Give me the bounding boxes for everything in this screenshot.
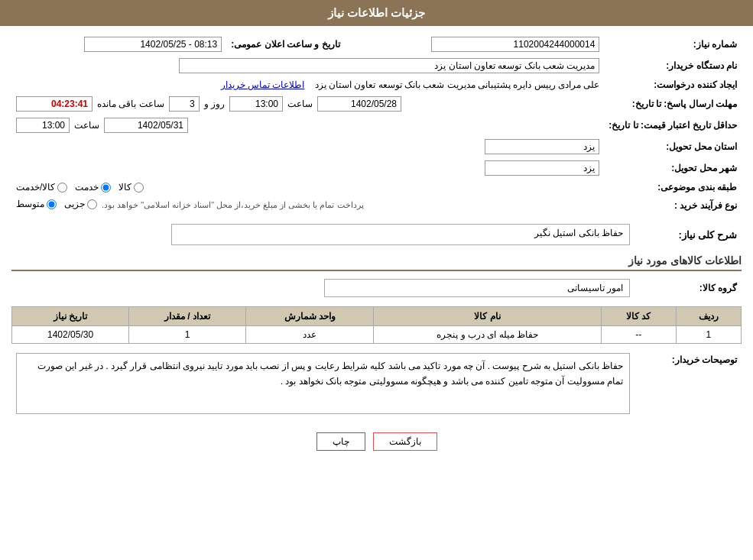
creator-value: علی مرادی رییس دایره پشتیبانی مدیریت شعب… bbox=[315, 79, 600, 90]
creator-label: ایجاد کننده درخواست: bbox=[604, 76, 742, 93]
goods-group-label: گروه کالا: bbox=[635, 276, 742, 300]
price-date-value: 1402/05/31 bbox=[104, 118, 188, 133]
process-row: متوسط جزیی پرداخت تمام یا بخشی از مبلغ خ… bbox=[16, 199, 599, 212]
items-header-row: ردیف کد کالا نام کالا واحد شمارش تعداد /… bbox=[12, 307, 742, 326]
process-minor-label: جزیی bbox=[64, 199, 85, 209]
category-radio-goods-service[interactable] bbox=[57, 183, 67, 193]
goods-group-section: گروه کالا: امور تاسیساتی bbox=[11, 276, 742, 300]
city-value: یزد bbox=[485, 160, 599, 176]
table-row: 1 -- حفاظ میله ای درب و پنجره عدد 1 1402… bbox=[12, 326, 742, 344]
col-row: ردیف bbox=[676, 307, 741, 326]
row-date: 1402/05/30 bbox=[12, 326, 129, 344]
province-value: یزد bbox=[485, 139, 599, 154]
info-table: شماره نیاز: 1102004244000014 تاریخ و ساع… bbox=[11, 34, 742, 215]
content-area: شماره نیاز: 1102004244000014 تاریخ و ساع… bbox=[0, 26, 753, 468]
need-number-label: شماره نیاز: bbox=[604, 34, 742, 55]
remaining-label: ساعت باقی مانده bbox=[97, 99, 164, 109]
row-city: شهر محل تحویل: یزد bbox=[11, 157, 742, 179]
items-table: ردیف کد کالا نام کالا واحد شمارش تعداد /… bbox=[11, 306, 742, 344]
col-qty: تعداد / مقدار bbox=[129, 307, 246, 326]
buyer-notes-value: حفاظ بانکی استیل به شرح پیوست . آن چه مو… bbox=[16, 353, 630, 414]
city-label: شهر محل تحویل: bbox=[604, 157, 742, 179]
col-name: نام کالا bbox=[374, 307, 601, 326]
row-code: -- bbox=[601, 326, 676, 344]
goods-group-value: امور تاسیساتی bbox=[324, 279, 630, 297]
announce-date-label: تاریخ و ساعت اعلان عمومی: bbox=[226, 34, 344, 55]
price-time-label: ساعت bbox=[74, 120, 99, 131]
items-table-header: ردیف کد کالا نام کالا واحد شمارش تعداد /… bbox=[12, 307, 742, 326]
process-medium-label: متوسط bbox=[16, 199, 44, 209]
category-option-goods[interactable]: کالا bbox=[118, 182, 144, 193]
price-deadline-label: حداقل تاریخ اعتبار قیمت: تا تاریخ: bbox=[604, 115, 742, 136]
col-code: کد کالا bbox=[601, 307, 676, 326]
reply-time-value: 13:00 bbox=[229, 96, 283, 112]
row-category: طبقه بندی موضوعی: کالا/خدمت خدمت کالا bbox=[11, 179, 742, 196]
price-deadline-row: 13:00 ساعت 1402/05/31 bbox=[16, 118, 599, 133]
row-qty: 1 bbox=[129, 326, 246, 344]
province-label: استان محل تحویل: bbox=[604, 136, 742, 157]
need-number-value: 1102004244000014 bbox=[431, 37, 599, 52]
category-label: طبقه بندی موضوعی: bbox=[604, 179, 742, 196]
description-label: شرح کلی نیاز: bbox=[635, 221, 742, 248]
category-goods-service-label: کالا/خدمت bbox=[16, 182, 55, 193]
reply-date-value: 1402/05/28 bbox=[317, 96, 401, 112]
description-value: حفاظ بانکی استیل نگیر bbox=[171, 224, 630, 245]
col-date: تاریخ نیاز bbox=[12, 307, 129, 326]
remaining-value: 04:23:41 bbox=[16, 96, 93, 112]
category-radio-service[interactable] bbox=[101, 183, 111, 193]
category-radio-group: کالا/خدمت خدمت کالا bbox=[16, 182, 599, 193]
description-section: شرح کلی نیاز: حفاظ بانکی استیل نگیر bbox=[11, 221, 742, 248]
goods-section-label: اطلاعات کالاهای مورد نیاز bbox=[11, 254, 742, 271]
reply-deadline-row: 04:23:41 ساعت باقی مانده 3 روز و 13:00 س… bbox=[16, 96, 599, 112]
row-num: 1 bbox=[676, 326, 741, 344]
row-description: شرح کلی نیاز: حفاظ بانکی استیل نگیر bbox=[11, 221, 742, 248]
row-creator: ایجاد کننده درخواست: علی مرادی رییس دایر… bbox=[11, 76, 742, 93]
category-radio-goods[interactable] bbox=[134, 183, 144, 193]
page-title: جزئیات اطلاعات نیاز bbox=[328, 6, 425, 19]
row-process: نوع فرآیند خرید : متوسط جزیی bbox=[11, 196, 742, 215]
category-option-goods-service[interactable]: کالا/خدمت bbox=[16, 182, 67, 193]
col-unit: واحد شمارش bbox=[246, 307, 374, 326]
back-button[interactable]: بازگشت bbox=[373, 432, 437, 451]
buyer-org-value: مدیریت شعب بانک توسعه تعاون استان یزد bbox=[179, 58, 599, 73]
page-container: جزئیات اطلاعات نیاز شماره نیاز: 11020042… bbox=[0, 0, 753, 560]
reply-days-value: 3 bbox=[169, 96, 200, 112]
buyer-notes-label: توصیحات خریدار: bbox=[635, 350, 742, 417]
row-buyer-org: نام دستگاه خریدار: مدیریت شعب بانک توسعه… bbox=[11, 55, 742, 76]
items-table-body: 1 -- حفاظ میله ای درب و پنجره عدد 1 1402… bbox=[12, 326, 742, 344]
page-header: جزئیات اطلاعات نیاز bbox=[0, 0, 753, 26]
process-option-medium[interactable]: متوسط bbox=[16, 199, 57, 209]
creator-link[interactable]: اطلاعات تماس خریدار bbox=[221, 79, 305, 90]
price-time-value: 13:00 bbox=[16, 118, 70, 133]
category-goods-label: کالا bbox=[118, 182, 131, 193]
process-note: پرداخت تمام یا بخشی از مبلغ خرید،از محل … bbox=[102, 199, 364, 212]
process-radio-medium[interactable] bbox=[47, 199, 57, 209]
row-goods-group: گروه کالا: امور تاسیساتی bbox=[11, 276, 742, 300]
reply-time-label: ساعت bbox=[287, 99, 313, 109]
process-label: نوع فرآیند خرید : bbox=[604, 196, 742, 215]
row-province: استان محل تحویل: یزد bbox=[11, 136, 742, 157]
category-option-service[interactable]: خدمت bbox=[75, 182, 111, 193]
reply-deadline-label: مهلت ارسال پاسخ: تا تاریخ: bbox=[604, 93, 742, 115]
buyer-org-label: نام دستگاه خریدار: bbox=[604, 55, 742, 76]
button-area: بازگشت چاپ bbox=[11, 423, 742, 460]
print-button[interactable]: چاپ bbox=[316, 432, 365, 451]
row-buyer-notes: توصیحات خریدار: حفاظ بانکی استیل به شرح … bbox=[11, 350, 742, 417]
process-radio-group: متوسط جزیی bbox=[16, 199, 97, 209]
row-unit: عدد bbox=[246, 326, 374, 344]
announce-date-value: 1402/05/25 - 08:13 bbox=[84, 37, 222, 52]
reply-days-label: روز و bbox=[204, 99, 225, 109]
row-name: حفاظ میله ای درب و پنجره bbox=[374, 326, 601, 344]
process-option-minor[interactable]: جزیی bbox=[64, 199, 97, 209]
row-need-number: شماره نیاز: 1102004244000014 تاریخ و ساع… bbox=[11, 34, 742, 55]
row-reply-deadline: مهلت ارسال پاسخ: تا تاریخ: 04:23:41 ساعت… bbox=[11, 93, 742, 115]
notes-section: توصیحات خریدار: حفاظ بانکی استیل به شرح … bbox=[11, 350, 742, 417]
process-radio-minor[interactable] bbox=[87, 199, 97, 209]
row-price-deadline: حداقل تاریخ اعتبار قیمت: تا تاریخ: 13:00… bbox=[11, 115, 742, 136]
category-service-label: خدمت bbox=[75, 182, 99, 193]
